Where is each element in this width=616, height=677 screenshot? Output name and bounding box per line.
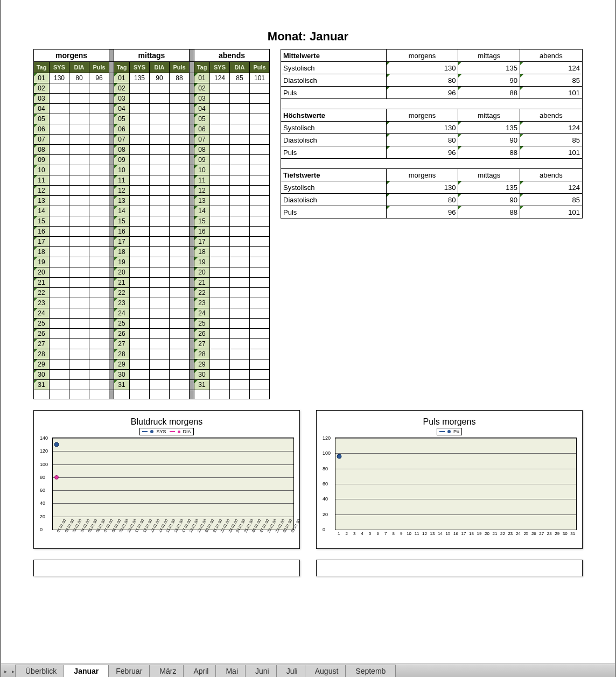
entry-cell[interactable]: 85 xyxy=(230,73,250,83)
entry-cell[interactable] xyxy=(89,104,109,114)
entry-cell[interactable] xyxy=(210,319,230,329)
entry-cell[interactable] xyxy=(210,247,230,257)
entry-cell[interactable] xyxy=(69,196,89,206)
entry-cell[interactable] xyxy=(150,155,170,165)
entry-cell[interactable]: 88 xyxy=(170,73,190,83)
entry-cell[interactable] xyxy=(210,104,230,114)
entry-cell[interactable] xyxy=(69,135,89,145)
sheet-tab-august[interactable]: August xyxy=(305,665,349,677)
entry-cell[interactable] xyxy=(130,165,150,175)
tab-nav-first[interactable]: ▸ xyxy=(1,665,10,677)
entry-cell[interactable] xyxy=(250,206,270,216)
sheet-tab-septemb[interactable]: Septemb xyxy=(345,665,396,677)
entry-cell[interactable] xyxy=(210,278,230,288)
entry-cell[interactable] xyxy=(170,319,190,329)
entry-cell[interactable] xyxy=(150,370,170,380)
entry-cell[interactable] xyxy=(69,319,89,329)
entry-cell[interactable] xyxy=(170,359,190,370)
entry-cell[interactable] xyxy=(89,308,109,319)
entry-cell[interactable] xyxy=(170,380,190,390)
entry-cell[interactable] xyxy=(130,288,150,298)
entry-cell[interactable] xyxy=(89,83,109,94)
entry-cell[interactable] xyxy=(250,359,270,370)
entry-cell[interactable] xyxy=(69,186,89,196)
sheet-tab-märz[interactable]: März xyxy=(149,665,186,677)
entry-cell[interactable] xyxy=(210,186,230,196)
entry-cell[interactable] xyxy=(69,308,89,319)
entry-cell[interactable] xyxy=(170,155,190,165)
entry-cell[interactable] xyxy=(69,124,89,135)
entry-cell[interactable] xyxy=(130,339,150,349)
entry-cell[interactable] xyxy=(150,308,170,319)
entry-cell[interactable] xyxy=(170,339,190,349)
entry-cell[interactable] xyxy=(230,370,250,380)
entry-cell[interactable]: 96 xyxy=(89,73,109,83)
entry-cell[interactable] xyxy=(230,186,250,196)
entry-cell[interactable] xyxy=(170,237,190,247)
entry-cell[interactable] xyxy=(50,267,69,278)
entry-cell[interactable] xyxy=(150,247,170,257)
entry-cell[interactable] xyxy=(89,329,109,339)
entry-cell[interactable] xyxy=(150,278,170,288)
sheet-tab-januar[interactable]: Januar xyxy=(64,665,109,677)
entry-cell[interactable] xyxy=(250,298,270,308)
entry-cell[interactable] xyxy=(230,237,250,247)
entry-cell[interactable] xyxy=(69,175,89,186)
entry-cell[interactable] xyxy=(89,267,109,278)
entry-cell[interactable] xyxy=(170,267,190,278)
entry-cell[interactable] xyxy=(150,359,170,370)
entry-cell[interactable] xyxy=(150,175,170,186)
entry-cell[interactable] xyxy=(210,339,230,349)
entry-cell[interactable] xyxy=(89,319,109,329)
entry-cell[interactable] xyxy=(230,196,250,206)
entry-cell[interactable] xyxy=(250,329,270,339)
sheet-tab-juni[interactable]: Juni xyxy=(245,665,279,677)
sheet-tab-juli[interactable]: Juli xyxy=(276,665,308,677)
entry-cell[interactable]: 130 xyxy=(50,73,69,83)
entry-cell[interactable] xyxy=(69,288,89,298)
entry-cell[interactable] xyxy=(50,83,69,94)
entry-cell[interactable] xyxy=(50,135,69,145)
entry-cell[interactable] xyxy=(50,94,69,104)
entry-cell[interactable] xyxy=(130,135,150,145)
entry-cell[interactable] xyxy=(250,349,270,359)
entry-cell[interactable] xyxy=(69,145,89,155)
entry-cell[interactable] xyxy=(130,349,150,359)
entry-cell[interactable] xyxy=(210,83,230,94)
entry-cell[interactable] xyxy=(130,237,150,247)
entry-cell[interactable] xyxy=(150,216,170,227)
entry-cell[interactable] xyxy=(69,329,89,339)
entry-cell[interactable] xyxy=(130,380,150,390)
entry-cell[interactable] xyxy=(210,165,230,175)
entry-cell[interactable] xyxy=(250,247,270,257)
entry-cell[interactable] xyxy=(89,124,109,135)
entry-cell[interactable] xyxy=(150,257,170,267)
entry-cell[interactable] xyxy=(170,124,190,135)
entry-cell[interactable] xyxy=(170,288,190,298)
entry-cell[interactable] xyxy=(230,359,250,370)
entry-cell[interactable] xyxy=(210,308,230,319)
entry-cell[interactable] xyxy=(50,247,69,257)
entry-cell[interactable] xyxy=(230,267,250,278)
entry-cell[interactable] xyxy=(230,278,250,288)
entry-cell[interactable] xyxy=(130,278,150,288)
entry-cell[interactable] xyxy=(130,186,150,196)
entry-cell[interactable] xyxy=(150,349,170,359)
entry-cell[interactable] xyxy=(130,83,150,94)
entry-cell[interactable] xyxy=(130,206,150,216)
entry-cell[interactable] xyxy=(230,94,250,104)
entry-cell[interactable] xyxy=(89,165,109,175)
entry-cell[interactable] xyxy=(69,298,89,308)
entry-cell[interactable] xyxy=(250,370,270,380)
entry-cell[interactable] xyxy=(170,308,190,319)
entry-cell[interactable] xyxy=(69,227,89,237)
entry-cell[interactable]: 101 xyxy=(250,73,270,83)
entry-cell[interactable] xyxy=(150,206,170,216)
entry-cell[interactable] xyxy=(210,227,230,237)
entry-cell[interactable] xyxy=(250,196,270,206)
entry-cell[interactable] xyxy=(150,288,170,298)
entry-cell[interactable] xyxy=(170,370,190,380)
entry-cell[interactable] xyxy=(89,257,109,267)
entry-cell[interactable] xyxy=(150,83,170,94)
entry-cell[interactable] xyxy=(230,319,250,329)
